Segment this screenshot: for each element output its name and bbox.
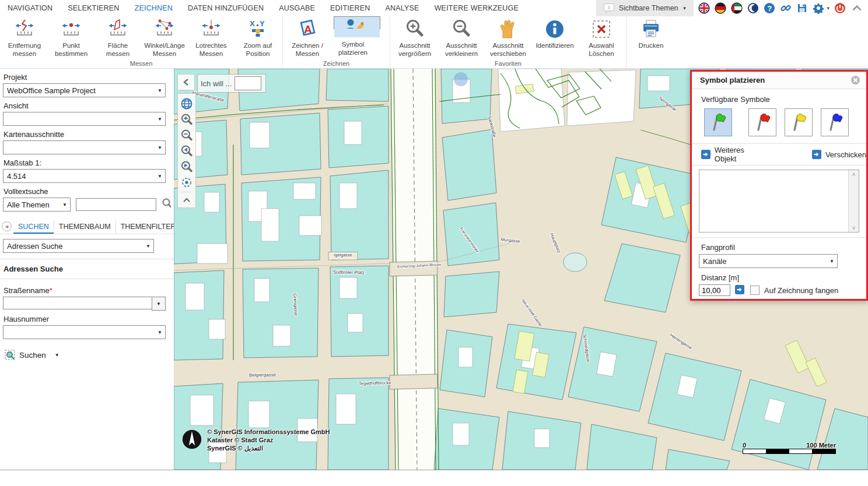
chevron-down-icon: ▼ xyxy=(55,353,60,358)
link-verschicken[interactable]: Verschicken xyxy=(812,150,866,159)
flag-uk-icon[interactable] xyxy=(698,2,710,14)
hausnummer-select[interactable]: ▼ xyxy=(3,325,166,339)
topbar-icons: ?▾ xyxy=(694,0,868,16)
menu-item-ausgabe[interactable]: AUSGABE xyxy=(271,4,323,12)
distanz-input[interactable] xyxy=(699,284,730,296)
menu-items: NAVIGATIONSELEKTIERENZEICHNENDATEN HINZU… xyxy=(0,4,526,12)
hausnummer-label: Hausnummer xyxy=(4,315,174,323)
tool-zoom-in-tool[interactable]: Ausschnitt vergrößern xyxy=(391,16,438,59)
center-position-button[interactable] xyxy=(179,174,194,190)
tool-measure-perp[interactable]: Lotrechtes Messen xyxy=(188,16,235,59)
flag-blue-symbol-button[interactable] xyxy=(821,108,849,136)
projekt-select[interactable]: WebOffice Sample Project▼ xyxy=(3,83,166,97)
collapse-toolbar-icon[interactable] xyxy=(850,2,863,14)
fangprofil-select[interactable]: Kanäle▼ xyxy=(699,254,838,268)
save-icon[interactable] xyxy=(796,2,808,14)
scroll-up-icon[interactable]: ∧ xyxy=(852,171,856,177)
flag-yellow-symbol-button[interactable] xyxy=(785,108,813,136)
tool-draw-measure[interactable]: AZeichnen / Messen xyxy=(284,16,331,59)
search-selection-icon xyxy=(5,350,15,360)
flag-green-symbol-button[interactable] xyxy=(704,108,732,136)
link-icon[interactable] xyxy=(780,2,792,14)
overview-button[interactable] xyxy=(179,96,194,111)
tool-clear-selection-tool[interactable]: Auswahl Löschen xyxy=(578,16,625,59)
gear-icon[interactable] xyxy=(813,2,824,14)
tool-symbol-place[interactable]: Symbol platzieren xyxy=(334,16,380,29)
chevron-down-icon[interactable]: ▾ xyxy=(827,5,830,11)
tool-label: Winkel/Länge Messen xyxy=(142,41,187,58)
tool-measure-distance[interactable]: Entfernung messen xyxy=(1,16,48,59)
volltext-search-input[interactable] xyxy=(76,198,156,211)
tool-zoom-position[interactable]: XYZoom auf Position xyxy=(235,16,281,59)
flag-de-icon[interactable] xyxy=(715,2,726,14)
tool-pan-tool[interactable]: Ausschnitt verschieben xyxy=(485,16,531,59)
power-icon[interactable] xyxy=(834,2,846,14)
chevron-down-icon: ▼ xyxy=(158,330,162,335)
symbol-platzieren-panel: Symbol platzieren Verfügbare Symbole Wei… xyxy=(692,72,866,299)
zoom-out-button[interactable] xyxy=(179,127,194,143)
menu-item-daten-hinzuf-gen[interactable]: DATEN HINZUFÜGEN xyxy=(180,4,271,12)
volltextsuche-row: Alle Themen▼ xyxy=(3,198,171,212)
tool-measure-area[interactable]: Fläche messen xyxy=(94,16,141,59)
collapse-map-toolbar-button[interactable] xyxy=(179,194,194,206)
tab-themenbaum[interactable]: THEMENBAUM xyxy=(54,220,116,234)
ich-will-box[interactable]: Ich will ... xyxy=(197,74,266,93)
volltext-theme-select[interactable]: Alle Themen▼ xyxy=(3,198,71,212)
next-extent-button[interactable] xyxy=(179,159,194,174)
menu-item-navigation[interactable]: NAVIGATION xyxy=(0,4,60,12)
apply-distance-button[interactable] xyxy=(735,285,746,295)
tab-suchen[interactable]: SUCHEN xyxy=(13,220,54,234)
previous-extent-button[interactable] xyxy=(179,143,194,159)
blue-arrow-icon xyxy=(812,150,821,159)
svg-text:i: i xyxy=(608,4,610,10)
close-icon[interactable] xyxy=(850,75,860,85)
tool-label: Punkt bestimmen xyxy=(49,41,93,58)
tool-label: Symbol platzieren xyxy=(338,40,368,57)
strassenname-dropdown-button[interactable]: ▼ xyxy=(152,297,166,311)
flag-ae-icon[interactable] xyxy=(731,2,743,14)
tool-print-tool[interactable]: Drucken xyxy=(628,16,674,59)
ich-will-input[interactable] xyxy=(235,76,261,90)
flag-red-symbol-button[interactable] xyxy=(748,108,776,136)
tab-themenfilter[interactable]: THEMENFILTER xyxy=(116,220,174,234)
search-icon[interactable] xyxy=(162,198,171,212)
map-attribution: © SynerGIS Informationssysteme GmbHKatas… xyxy=(181,428,330,452)
ansicht-select[interactable]: ▼ xyxy=(3,112,166,126)
ribbon-group-label: Messen xyxy=(1,59,281,68)
scale-bar-graphic xyxy=(743,449,836,454)
tool-identify-tool[interactable]: Identifizieren xyxy=(531,16,578,59)
kartenausschnitte-select[interactable]: ▼ xyxy=(3,140,166,154)
suchen-button[interactable]: Suchen ▼ xyxy=(5,350,174,360)
kartenausschnitte-label: Kartenausschnitte xyxy=(4,130,174,139)
snap-to-drawing-checkbox[interactable] xyxy=(750,286,760,295)
required-mark: * xyxy=(50,286,52,295)
massstab-select[interactable]: 4.514▼ xyxy=(3,169,166,183)
placed-symbols-list[interactable]: ∧∨ xyxy=(699,170,859,233)
menu-item-selektieren[interactable]: SELEKTIEREN xyxy=(60,4,127,12)
crescent-icon[interactable] xyxy=(747,2,759,14)
strassenname-input[interactable] xyxy=(3,297,152,309)
zoom-in-button[interactable] xyxy=(179,111,194,127)
menu-item-weitere-werkzeuge[interactable]: WEITERE WERKZEUGE xyxy=(427,4,526,12)
sidebar-collapse-button[interactable] xyxy=(177,74,195,90)
tool-label: Auswahl Löschen xyxy=(579,41,624,58)
tool-measure-angle[interactable]: Winkel/Länge Messen xyxy=(141,16,188,59)
tool-zoom-out-tool[interactable]: Ausschnitt verkleinern xyxy=(438,16,485,59)
tool-measure-point[interactable]: Punkt bestimmen xyxy=(48,16,94,59)
visible-themes-dropdown[interactable]: i Sichtbare Themen ▼ xyxy=(596,0,694,16)
topbar-right: i Sichtbare Themen ▼ ?▾ xyxy=(596,0,868,16)
scrollbar[interactable]: ∧∨ xyxy=(848,170,859,232)
menu-item-analyse[interactable]: ANALYSE xyxy=(377,4,426,12)
help-icon[interactable]: ? xyxy=(764,2,775,14)
tabs-scroll-left-button[interactable]: ◀ xyxy=(2,221,12,231)
search-category-select[interactable]: Adressen Suche▼ xyxy=(3,239,154,253)
link-weiteres-objekt[interactable]: Weiteres Objekt xyxy=(701,146,768,163)
mzoom-in-icon xyxy=(180,113,193,126)
menu-item-zeichnen[interactable]: ZEICHNEN xyxy=(127,4,181,12)
chevron-down-icon: ▼ xyxy=(830,259,834,264)
menu-item-editieren[interactable]: EDITIEREN xyxy=(323,4,377,12)
tool-label: Ausschnitt vergrößern xyxy=(393,41,437,58)
clear-selection-tool-icon xyxy=(591,19,612,40)
scroll-down-icon[interactable]: ∨ xyxy=(852,225,856,231)
tool-label: Fläche messen xyxy=(96,41,140,58)
